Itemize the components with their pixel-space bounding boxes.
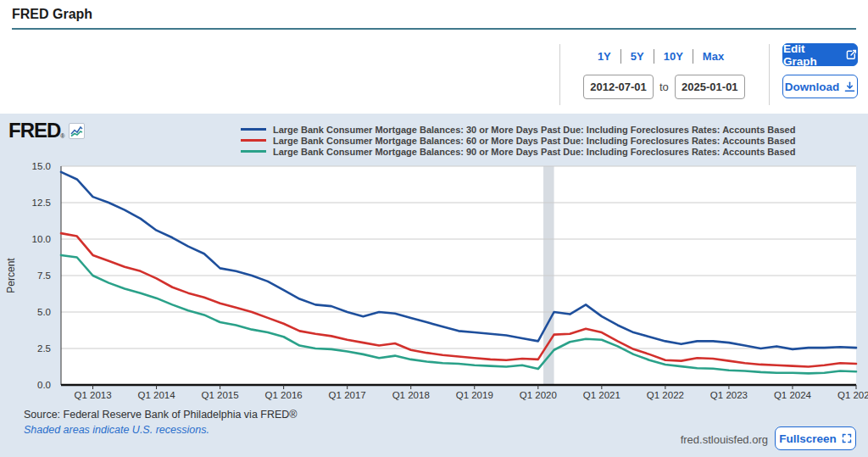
chart-plot[interactable] (0, 114, 868, 457)
range-link-1y[interactable]: 1Y (598, 50, 611, 63)
x-tick-label: Q1 2025 (826, 390, 868, 400)
x-tick-label: Q1 2020 (509, 390, 568, 400)
y-tick-label: 2.5 (15, 343, 51, 354)
legend-item: Large Bank Consumer Mortgage Balances: 3… (241, 124, 795, 135)
edit-graph-label: Edit Graph (783, 42, 841, 68)
fullscreen-icon (842, 433, 852, 443)
line-chart-icon (69, 123, 85, 139)
x-tick-label: Q1 2023 (699, 390, 759, 400)
legend-swatch (241, 128, 266, 131)
x-tick-label: Q1 2014 (127, 390, 186, 400)
x-tick-label: Q1 2021 (572, 390, 632, 400)
toolbar: 1Y5Y10YMax to Edit Graph Download (0, 37, 868, 112)
date-range-to-label: to (659, 81, 669, 93)
fullscreen-button[interactable]: Fullscreen (775, 426, 856, 450)
toolbar-divider-left (559, 44, 560, 105)
range-link-max[interactable]: Max (703, 50, 724, 63)
toolbar-divider-right (769, 44, 770, 105)
x-tick-label: Q1 2015 (191, 390, 250, 400)
legend-swatch (241, 139, 266, 142)
range-selector: 1Y5Y10YMax (570, 49, 752, 64)
legend-item: Large Bank Consumer Mortgage Balances: 6… (241, 135, 795, 146)
chart-card: FRED ® Large Bank Consumer Mortgage Bala… (0, 114, 868, 457)
legend-swatch (241, 150, 266, 153)
x-tick-label: Q1 2024 (763, 390, 822, 400)
edit-graph-button[interactable]: Edit Graph (782, 43, 858, 66)
x-tick-label: Q1 2013 (64, 390, 123, 400)
range-link-5y[interactable]: 5Y (631, 50, 644, 63)
y-tick-label: 10.0 (15, 234, 51, 244)
legend-label: Large Bank Consumer Mortgage Balances: 3… (273, 125, 795, 135)
download-label: Download (785, 81, 840, 93)
date-from-input[interactable] (583, 75, 654, 99)
date-range: to (583, 75, 745, 99)
legend-item: Large Bank Consumer Mortgage Balances: 9… (241, 146, 795, 157)
chart-legend: Large Bank Consumer Mortgage Balances: 3… (241, 124, 795, 157)
range-link-10y[interactable]: 10Y (664, 50, 683, 63)
x-tick-label: Q1 2018 (381, 390, 441, 400)
fullscreen-label: Fullscreen (779, 432, 837, 445)
x-tick-label: Q1 2022 (636, 390, 695, 400)
title-divider (12, 28, 856, 30)
registered-mark: ® (60, 133, 64, 139)
download-button[interactable]: Download (782, 75, 858, 98)
download-icon (844, 81, 855, 92)
range-separator (620, 49, 621, 64)
page-title: FRED Graph (12, 7, 92, 22)
legend-label: Large Bank Consumer Mortgage Balances: 6… (273, 136, 795, 146)
fred-logo: FRED ® (8, 121, 85, 140)
y-tick-label: 0.0 (15, 380, 51, 390)
y-tick-label: 7.5 (15, 270, 51, 281)
edit-icon (846, 49, 857, 60)
recession-note-link[interactable]: Shaded areas indicate U.S. recessions. (24, 424, 209, 436)
y-tick-label: 15.0 (15, 161, 51, 171)
range-separator (654, 49, 654, 64)
fred-logo-text: FRED (8, 121, 60, 140)
y-tick-label: 12.5 (15, 198, 51, 208)
y-tick-label: 5.0 (15, 307, 51, 317)
range-separator (693, 49, 693, 64)
legend-label: Large Bank Consumer Mortgage Balances: 9… (273, 147, 795, 157)
x-tick-label: Q1 2019 (445, 390, 504, 400)
date-to-input[interactable] (675, 75, 745, 99)
x-tick-label: Q1 2016 (254, 390, 314, 400)
site-link[interactable]: fred.stlouisfed.org (681, 433, 768, 446)
x-tick-label: Q1 2017 (318, 390, 377, 400)
source-text: Source: Federal Reserve Bank of Philadel… (24, 409, 298, 421)
